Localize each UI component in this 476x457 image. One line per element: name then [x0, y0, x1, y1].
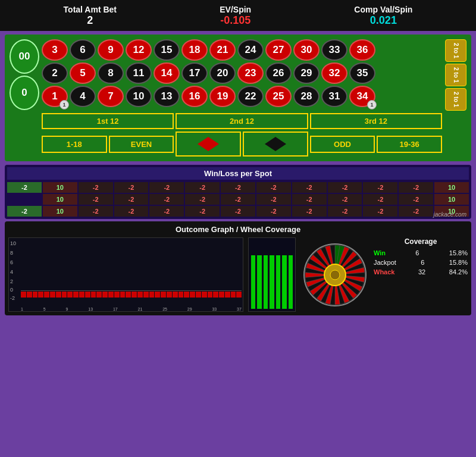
wl-cell-1-0: -2: [7, 182, 42, 193]
dozen-1st[interactable]: 1st 12: [42, 113, 174, 129]
number-36[interactable]: 36: [349, 39, 375, 61]
number-29[interactable]: 29: [293, 62, 320, 84]
wl-cell-3-0: -2: [7, 206, 42, 217]
coverage-jackpot-row: Jackpot 6 15.8%: [374, 259, 468, 266]
number-10[interactable]: 10: [126, 86, 152, 107]
outside-even[interactable]: EVEN: [109, 136, 174, 153]
graph-bars-container: [21, 292, 242, 304]
number-16[interactable]: 16: [181, 86, 208, 107]
wl-cell-1-7: -2: [256, 182, 291, 193]
coverage-jackpot-count: 6: [421, 259, 424, 266]
number-14[interactable]: 14: [154, 62, 180, 84]
number-31[interactable]: 31: [321, 86, 347, 107]
number-21[interactable]: 21: [209, 39, 236, 61]
wl-cell-3-5: -2: [185, 206, 220, 217]
number-5[interactable]: 5: [70, 62, 96, 84]
graph-bar-34: [213, 292, 218, 298]
number-30[interactable]: 30: [293, 39, 320, 61]
svg-marker-0: [198, 137, 219, 151]
number-27[interactable]: 27: [265, 39, 292, 61]
outside-odd[interactable]: ODD: [310, 136, 375, 153]
number-3[interactable]: 3: [42, 39, 68, 61]
number-0[interactable]: 0: [10, 76, 39, 110]
number-20[interactable]: 20: [209, 62, 236, 84]
comp-val-label: Comp Val/Spin: [354, 5, 412, 14]
coverage-whack-count: 32: [418, 268, 425, 276]
number-17[interactable]: 17: [181, 62, 208, 84]
wl-cell-3-10: -2: [363, 206, 397, 217]
number-33[interactable]: 33: [321, 39, 347, 61]
x-label-29: 29: [187, 307, 192, 311]
wl-cell-1-3: -2: [114, 182, 149, 193]
wl-cell-3-3: -2: [114, 206, 149, 217]
roulette-wheel: [302, 242, 368, 308]
graph-bar-13: [91, 292, 96, 298]
number-18[interactable]: 18: [181, 39, 208, 61]
wl-cell-3-8: -2: [292, 206, 327, 217]
number-4[interactable]: 4: [70, 86, 96, 107]
graph-bar-6: [50, 292, 55, 298]
number-26[interactable]: 26: [265, 62, 292, 84]
graph-bar-23: [149, 292, 155, 298]
wl-cell-2-9: -2: [328, 194, 362, 205]
outside-19-36[interactable]: 19-36: [377, 136, 442, 153]
jp-bar-6: [282, 255, 286, 309]
jackpot-bars: [248, 237, 296, 312]
col-8: 24 23 22: [237, 39, 264, 111]
number-00[interactable]: 00: [10, 39, 39, 74]
number-25[interactable]: 25: [265, 86, 292, 107]
number-12[interactable]: 12: [126, 39, 152, 61]
y-label-6: 6: [10, 259, 13, 265]
col-6: 18 17 16: [181, 39, 208, 111]
number-23[interactable]: 23: [237, 62, 264, 84]
number-13[interactable]: 13: [154, 86, 180, 107]
graph-bar-7: [56, 292, 61, 298]
x-label-37: 37: [237, 307, 242, 311]
wl-cell-1-12: 10: [434, 182, 469, 193]
wheel-container: [300, 237, 369, 312]
number-22[interactable]: 22: [237, 86, 264, 107]
ev-spin-section: EV/Spin -0.105: [220, 5, 251, 27]
wl-cell-3-2: -2: [79, 206, 113, 217]
wl-cell-2-4: -2: [149, 194, 184, 205]
graph-bar-1: [21, 292, 26, 298]
wl-cell-3-4: -2: [149, 206, 184, 217]
number-6[interactable]: 6: [70, 39, 96, 61]
graph-bar-8: [62, 292, 67, 298]
wl-cell-2-11: -2: [399, 194, 433, 205]
number-35[interactable]: 35: [349, 62, 375, 84]
total-amt-bet-label: Total Amt Bet: [64, 5, 117, 14]
side-label-mid[interactable]: 2 to 1: [445, 64, 466, 86]
outside-red[interactable]: [176, 132, 241, 156]
number-7[interactable]: 7: [98, 86, 124, 107]
wl-cell-2-0: [7, 198, 42, 201]
side-label-bot[interactable]: 2 to 1: [445, 88, 466, 111]
wl-cell-1-1: 10: [43, 182, 77, 193]
wl-row-3: -2 10 -2 -2 -2 -2 -2 -2 -2 -2 -2 -2 10: [7, 206, 469, 217]
wl-cell-3-11: -2: [399, 206, 433, 217]
number-9[interactable]: 9: [98, 39, 124, 61]
graph-bar-20: [131, 292, 137, 298]
number-1[interactable]: 11: [42, 86, 68, 107]
number-2[interactable]: 2: [42, 62, 68, 84]
outside-1-18[interactable]: 1-18: [42, 136, 107, 153]
dozen-3rd[interactable]: 3rd 12: [310, 113, 442, 129]
number-15[interactable]: 15: [154, 39, 180, 61]
coverage-win-pct: 15.8%: [449, 249, 468, 256]
number-32[interactable]: 32: [321, 62, 347, 84]
number-19[interactable]: 19: [209, 86, 236, 107]
dozen-2nd[interactable]: 2nd 12: [176, 113, 308, 129]
zero-line: [21, 290, 242, 291]
side-label-top[interactable]: 2 to 1: [445, 39, 466, 62]
number-24[interactable]: 24: [237, 39, 264, 61]
svg-marker-1: [265, 137, 286, 151]
number-8[interactable]: 8: [98, 62, 124, 84]
outside-black[interactable]: [243, 132, 308, 156]
number-28[interactable]: 28: [293, 86, 320, 107]
x-label-21: 21: [138, 307, 143, 311]
wl-cell-1-2: -2: [79, 182, 113, 193]
number-11[interactable]: 11: [126, 62, 152, 84]
number-34[interactable]: 341: [349, 86, 375, 107]
graph-bar-3: [33, 292, 38, 298]
col-12: 36 35 341: [349, 39, 375, 111]
